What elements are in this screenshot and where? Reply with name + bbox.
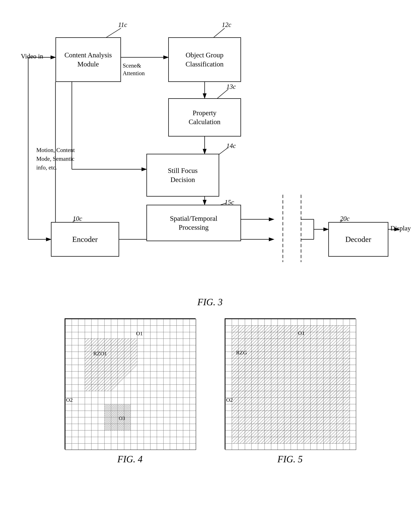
decoder-box: Decoder — [328, 222, 388, 257]
label-13c: 13c — [226, 83, 236, 91]
fig3-caption: FIG. 3 — [15, 297, 405, 307]
motion-content-label: Motion, ContentMode, Semanticinfo, etc. — [36, 146, 75, 172]
svg-text:O2: O2 — [66, 397, 73, 403]
svg-line-3 — [106, 28, 121, 37]
property-calc-box: PropertyCalculation — [168, 98, 241, 137]
svg-text:O1: O1 — [136, 330, 143, 336]
svg-text:O1: O1 — [298, 330, 305, 336]
content-analysis-box: Content AnalysisModule — [55, 37, 121, 82]
page: 11c 12c 13c 14c 15c 10c 20c Video in Con… — [0, 0, 420, 518]
fig5-block: RZG O1 O2 FIG. 5 — [225, 318, 356, 465]
svg-rect-36 — [105, 404, 131, 430]
fig4-block: RZO1 O3 O1 O2 FIG. 4 — [65, 318, 195, 465]
display-label: Display — [390, 224, 411, 232]
video-in-label: Video in — [21, 53, 43, 60]
fig5-grid: RZG O1 O2 — [225, 318, 356, 449]
label-14c: 14c — [226, 142, 236, 150]
svg-text:RZO1: RZO1 — [93, 350, 107, 356]
figs-row: RZO1 O3 O1 O2 FIG. 4 — [15, 318, 405, 465]
label-12c: 12c — [222, 21, 231, 29]
fig5-caption: FIG. 5 — [278, 454, 303, 465]
svg-text:RZG: RZG — [236, 350, 247, 356]
fig4-grid: RZO1 O3 O1 O2 — [65, 318, 195, 449]
fig4-caption: FIG. 4 — [117, 454, 142, 465]
still-focus-box: Still FocusDecision — [146, 154, 219, 197]
label-10c: 10c — [73, 215, 82, 222]
svg-rect-43 — [225, 319, 356, 450]
label-11c: 11c — [118, 21, 127, 29]
svg-line-5 — [217, 89, 228, 98]
scene-attention-label: Scene&Attention — [123, 62, 145, 77]
object-group-box: Object GroupClassification — [168, 37, 241, 82]
svg-line-4 — [214, 28, 225, 37]
svg-text:O2: O2 — [226, 397, 233, 403]
fig3-diagram: 11c 12c 13c 14c 15c 10c 20c Video in Con… — [19, 11, 401, 293]
svg-text:O3: O3 — [119, 415, 125, 421]
encoder-box: Encoder — [51, 222, 119, 257]
spatial-temporal-box: Spatial/TemporalProcessing — [146, 205, 241, 241]
label-20c: 20c — [340, 215, 350, 222]
